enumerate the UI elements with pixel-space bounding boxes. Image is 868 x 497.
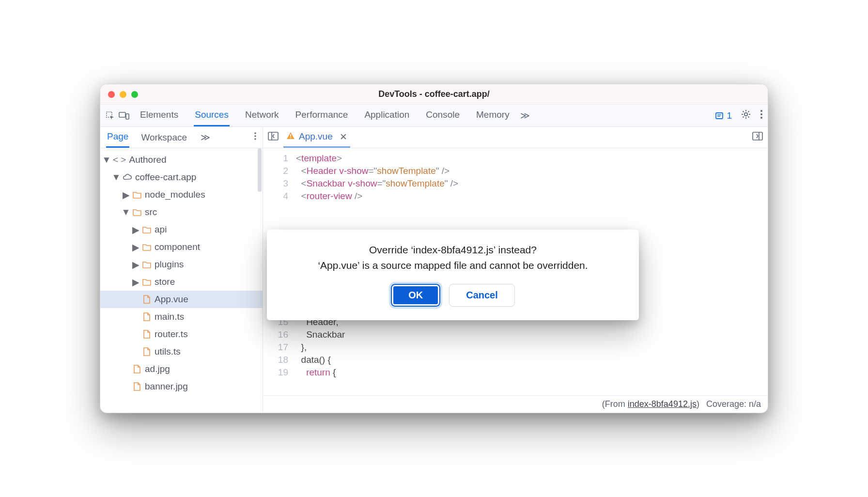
- panel-tab-console[interactable]: Console: [425, 105, 461, 126]
- tree-node-modules[interactable]: ▶node_modules: [100, 186, 263, 203]
- tree-folder-component[interactable]: ▶component: [100, 238, 263, 256]
- tree-authored[interactable]: ▼< >Authored: [100, 151, 263, 169]
- main-toolbar: ElementsSourcesNetworkPerformanceApplica…: [100, 105, 768, 127]
- disclosure-triangle-icon: ▶: [132, 224, 139, 235]
- file-icon: [142, 295, 152, 304]
- issues-count: 1: [727, 110, 732, 121]
- tree-file-ad-jpg[interactable]: ad.jpg: [100, 360, 263, 378]
- more-panels-button[interactable]: ≫: [520, 110, 530, 121]
- folder-icon: [142, 225, 152, 234]
- dialog-line-2: ‘App.vue’ is a source mapped file and ca…: [281, 258, 624, 273]
- tree-label: Authored: [129, 155, 166, 165]
- tree-label: node_modules: [145, 189, 205, 200]
- svg-rect-16: [290, 137, 291, 138]
- kebab-icon: [760, 109, 763, 119]
- authored-icon: < >: [113, 155, 126, 165]
- nav-tab-workspace[interactable]: Workspace: [140, 128, 188, 147]
- panel-tab-elements[interactable]: Elements: [139, 105, 179, 126]
- editor-tabstrip: App.vue ✕: [263, 127, 768, 148]
- inspect-element-icon[interactable]: [105, 110, 116, 121]
- svg-point-10: [254, 132, 256, 134]
- disclosure-triangle-icon: ▼: [113, 172, 120, 183]
- disclosure-triangle-icon: ▼: [103, 155, 110, 165]
- source-map-link[interactable]: index-8bfa4912.js: [628, 399, 697, 409]
- scrollbar-thumb[interactable]: [258, 148, 262, 192]
- folder-icon: [132, 190, 142, 200]
- tree-label: plugins: [155, 259, 184, 270]
- file-icon: [132, 382, 142, 391]
- tree-label: router.ts: [155, 329, 188, 340]
- svg-rect-3: [716, 113, 723, 119]
- svg-point-11: [254, 135, 256, 137]
- tree-folder-plugins[interactable]: ▶plugins: [100, 256, 263, 273]
- svg-point-8: [760, 113, 762, 115]
- tree-file-banner-jpg[interactable]: banner.jpg: [100, 378, 263, 395]
- file-tree[interactable]: ▼< >Authored▼coffee-cart.app▶node_module…: [100, 148, 263, 413]
- tree-file-router-ts[interactable]: router.ts: [100, 326, 263, 343]
- file-icon: [142, 347, 152, 357]
- tree-site[interactable]: ▼coffee-cart.app: [100, 169, 263, 186]
- svg-point-9: [760, 117, 762, 119]
- folder-icon: [142, 277, 152, 287]
- panel-tab-sources[interactable]: Sources: [194, 105, 230, 126]
- svg-rect-15: [290, 134, 291, 137]
- nav-more-button[interactable]: ≫: [201, 132, 210, 143]
- ok-button[interactable]: OK: [391, 284, 440, 307]
- override-dialog: Override ‘index-8bfa4912.js’ instead? ‘A…: [267, 230, 639, 320]
- file-icon: [132, 364, 142, 374]
- disclosure-triangle-icon: ▼: [123, 207, 129, 217]
- svg-rect-1: [119, 112, 125, 117]
- zoom-window-button[interactable]: [131, 91, 138, 98]
- panel-tab-application[interactable]: Application: [363, 105, 410, 126]
- panel-tab-performance[interactable]: Performance: [294, 105, 349, 126]
- close-tab-button[interactable]: ✕: [340, 131, 347, 142]
- window-title: DevTools - coffee-cart.app/: [378, 89, 490, 99]
- file-icon: [142, 329, 152, 339]
- tree-label: api: [155, 224, 167, 235]
- issues-button[interactable]: 1: [715, 110, 732, 121]
- cancel-button[interactable]: Cancel: [449, 284, 515, 307]
- tree-label: coffee-cart.app: [135, 172, 196, 183]
- tree-label: store: [155, 277, 175, 287]
- toggle-navigator-button[interactable]: [268, 131, 279, 143]
- panel-tab-network[interactable]: Network: [244, 105, 280, 126]
- gear-icon: [741, 109, 751, 120]
- tree-file-app-vue[interactable]: App.vue: [100, 291, 263, 308]
- editor-statusbar: (From index-8bfa4912.js) Coverage: n/a: [263, 395, 768, 413]
- disclosure-triangle-icon: ▶: [132, 277, 139, 288]
- tree-folder-store[interactable]: ▶store: [100, 273, 263, 291]
- tree-label: ad.jpg: [145, 364, 170, 374]
- editor-tab-appvue[interactable]: App.vue ✕: [283, 127, 350, 148]
- panel-tabs: ElementsSourcesNetworkPerformanceApplica…: [139, 105, 511, 126]
- svg-point-6: [744, 113, 747, 116]
- tree-label: utils.ts: [155, 346, 181, 357]
- tree-folder-api[interactable]: ▶api: [100, 221, 263, 238]
- devtools-window: DevTools - coffee-cart.app/ ElementsSour…: [100, 84, 768, 413]
- device-toolbar-icon[interactable]: [119, 110, 129, 121]
- tree-label: src: [145, 207, 157, 217]
- svg-point-12: [254, 138, 256, 140]
- tree-file-main-ts[interactable]: main.ts: [100, 308, 263, 326]
- settings-button[interactable]: [741, 109, 751, 122]
- tree-label: App.vue: [155, 294, 188, 305]
- tree-label: main.ts: [155, 311, 184, 322]
- panel-tab-memory[interactable]: Memory: [475, 105, 511, 126]
- cloud-icon: [123, 172, 132, 182]
- minimize-window-button[interactable]: [120, 91, 126, 98]
- titlebar: DevTools - coffee-cart.app/: [100, 84, 768, 105]
- navigator-pane: PageWorkspace≫ ▼< >Authored▼coffee-cart.…: [100, 127, 263, 413]
- tree-file-utils-ts[interactable]: utils.ts: [100, 343, 263, 360]
- toggle-debugger-button[interactable]: [752, 131, 763, 143]
- navigator-tabs: PageWorkspace≫: [100, 127, 263, 148]
- dialog-line-1: Override ‘index-8bfa4912.js’ instead?: [281, 242, 624, 258]
- kebab-menu-button[interactable]: [760, 109, 763, 122]
- disclosure-triangle-icon: ▶: [132, 242, 139, 253]
- close-window-button[interactable]: [108, 91, 115, 98]
- tree-src[interactable]: ▼src: [100, 203, 263, 221]
- folder-icon: [142, 260, 152, 269]
- tree-label: component: [155, 242, 200, 252]
- nav-kebab-button[interactable]: [254, 132, 257, 143]
- nav-tab-page[interactable]: Page: [106, 127, 129, 148]
- folder-icon: [132, 207, 142, 217]
- coverage-label: Coverage: n/a: [706, 399, 761, 409]
